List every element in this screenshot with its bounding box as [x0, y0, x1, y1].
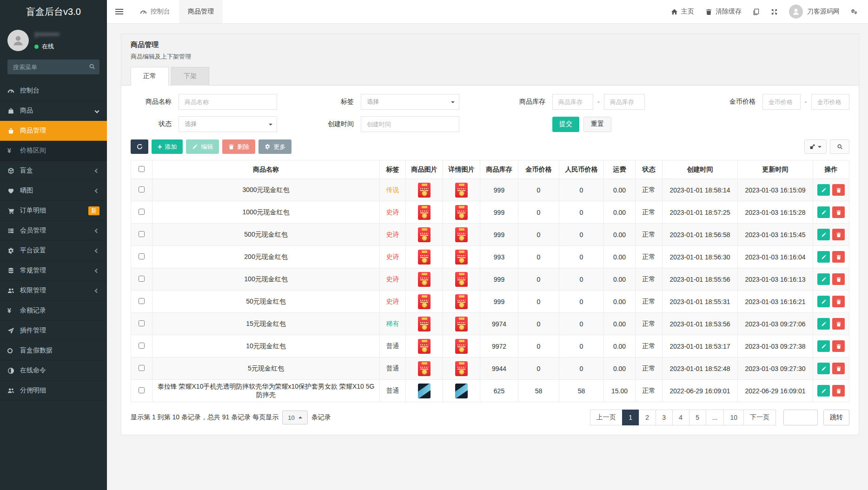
stock-min-input[interactable] — [552, 94, 593, 110]
row-edit-button[interactable] — [817, 206, 830, 218]
sidebar-item-commission-detail[interactable]: 分佣明细 — [0, 381, 107, 401]
row-delete-button[interactable] — [832, 385, 845, 397]
sidebar-item-balance-records[interactable]: ¥余额记录 — [0, 301, 107, 321]
row-edit-button[interactable] — [817, 229, 830, 240]
detail-image[interactable] — [455, 339, 468, 354]
row-checkbox[interactable] — [139, 365, 145, 371]
product-image[interactable] — [418, 227, 431, 242]
navbar-user[interactable]: 刀客源码网 — [789, 5, 840, 19]
row-checkbox[interactable] — [139, 343, 145, 349]
tag-filter-select[interactable]: 选择 — [361, 94, 459, 110]
status-filter-select[interactable]: 选择 — [179, 116, 277, 132]
export-button[interactable] — [804, 139, 827, 154]
row-checkbox[interactable] — [139, 209, 145, 215]
sidebar-item-goods-manage[interactable]: 商品管理 — [0, 121, 107, 141]
row-delete-button[interactable] — [832, 318, 845, 330]
product-image[interactable] — [418, 339, 431, 354]
row-checkbox[interactable] — [139, 231, 145, 237]
row-checkbox[interactable] — [139, 298, 145, 304]
row-checkbox[interactable] — [139, 253, 145, 259]
page-size-select[interactable]: 10 — [282, 411, 307, 424]
refresh-button[interactable] — [131, 139, 148, 154]
stock-max-input[interactable] — [604, 94, 645, 110]
row-checkbox[interactable] — [139, 387, 145, 393]
page-button[interactable]: 10 — [723, 410, 744, 425]
clear-cache-link[interactable]: 清除缓存 — [705, 7, 742, 16]
jump-button[interactable]: 跳转 — [823, 410, 849, 425]
detail-image[interactable] — [455, 205, 468, 220]
sidebar-item-blindbox[interactable]: 盲盒 — [0, 161, 107, 181]
more-button[interactable]: 更多 — [258, 139, 292, 154]
settings-button[interactable] — [851, 8, 858, 15]
navbar-tab-console[interactable]: 控制台 — [131, 0, 179, 23]
select-all-checkbox[interactable] — [139, 166, 145, 172]
page-button[interactable]: 5 — [689, 410, 706, 425]
row-edit-button[interactable] — [817, 385, 830, 397]
detail-image[interactable] — [455, 384, 468, 398]
page-ellipsis[interactable]: ... — [706, 410, 724, 425]
product-image[interactable] — [418, 317, 431, 331]
gold-max-input[interactable] — [811, 94, 849, 110]
submit-button[interactable]: 提交 — [552, 117, 579, 132]
created-filter-input[interactable] — [361, 116, 459, 132]
product-image[interactable] — [418, 250, 431, 265]
row-checkbox[interactable] — [139, 276, 145, 282]
detail-image[interactable] — [455, 294, 468, 309]
detail-image[interactable] — [455, 361, 468, 376]
tab-off-shelf[interactable]: 下架 — [171, 67, 209, 86]
sidebar-item-goods[interactable]: 商品 — [0, 101, 107, 121]
next-page-button[interactable]: 下一页 — [743, 410, 776, 425]
product-image[interactable] — [418, 361, 431, 376]
detail-image[interactable] — [455, 317, 468, 331]
row-edit-button[interactable] — [817, 363, 830, 374]
detail-image[interactable] — [455, 227, 468, 242]
row-delete-button[interactable] — [832, 340, 845, 352]
navbar-tab-goods-manage[interactable]: 商品管理 — [179, 0, 223, 23]
row-edit-button[interactable] — [817, 296, 830, 307]
product-image[interactable] — [418, 294, 431, 309]
fullscreen-button[interactable] — [771, 8, 778, 15]
row-checkbox[interactable] — [139, 186, 145, 192]
jump-page-input[interactable] — [783, 410, 818, 425]
sidebar-item-console[interactable]: 控制台 — [0, 81, 107, 101]
detail-image[interactable] — [455, 250, 468, 265]
gold-min-input[interactable] — [762, 94, 801, 110]
menu-search-input[interactable] — [7, 60, 99, 74]
product-image[interactable] — [418, 183, 431, 198]
detail-image[interactable] — [455, 272, 468, 287]
file-button[interactable] — [753, 8, 760, 15]
page-button[interactable]: 3 — [656, 410, 673, 425]
reset-button[interactable]: 重置 — [583, 117, 611, 132]
row-edit-button[interactable] — [817, 340, 830, 352]
page-button[interactable]: 2 — [639, 410, 656, 425]
menu-toggle-button[interactable] — [107, 0, 131, 23]
product-image[interactable] — [418, 384, 431, 398]
row-delete-button[interactable] — [832, 296, 845, 307]
row-edit-button[interactable] — [817, 184, 830, 196]
sidebar-item-price-range[interactable]: ¥价格区间 — [0, 141, 107, 161]
sidebar-item-platform-settings[interactable]: 平台设置 — [0, 241, 107, 261]
row-delete-button[interactable] — [832, 229, 845, 240]
sidebar-item-order-detail[interactable]: 订单明细新 — [0, 201, 107, 221]
product-image[interactable] — [418, 205, 431, 220]
prev-page-button[interactable]: 上一页 — [590, 410, 623, 425]
tab-normal[interactable]: 正常 — [131, 67, 169, 86]
sidebar-item-plugins[interactable]: 插件管理 — [0, 321, 107, 341]
search-toggle-button[interactable] — [830, 139, 849, 154]
row-delete-button[interactable] — [832, 273, 845, 285]
search-icon[interactable] — [89, 63, 95, 70]
sidebar-item-photos[interactable]: 晒图 — [0, 181, 107, 201]
delete-button[interactable]: 删除 — [222, 139, 255, 154]
row-delete-button[interactable] — [832, 363, 845, 374]
sidebar-item-permissions[interactable]: 权限管理 — [0, 281, 107, 301]
row-delete-button[interactable] — [832, 184, 845, 196]
edit-button[interactable]: 编辑 — [186, 139, 219, 154]
row-edit-button[interactable] — [817, 318, 830, 330]
row-delete-button[interactable] — [832, 251, 845, 263]
row-edit-button[interactable] — [817, 273, 830, 285]
product-image[interactable] — [418, 272, 431, 287]
row-checkbox[interactable] — [139, 320, 145, 326]
page-button[interactable]: 4 — [672, 410, 689, 425]
row-delete-button[interactable] — [832, 206, 845, 218]
detail-image[interactable] — [455, 183, 468, 198]
